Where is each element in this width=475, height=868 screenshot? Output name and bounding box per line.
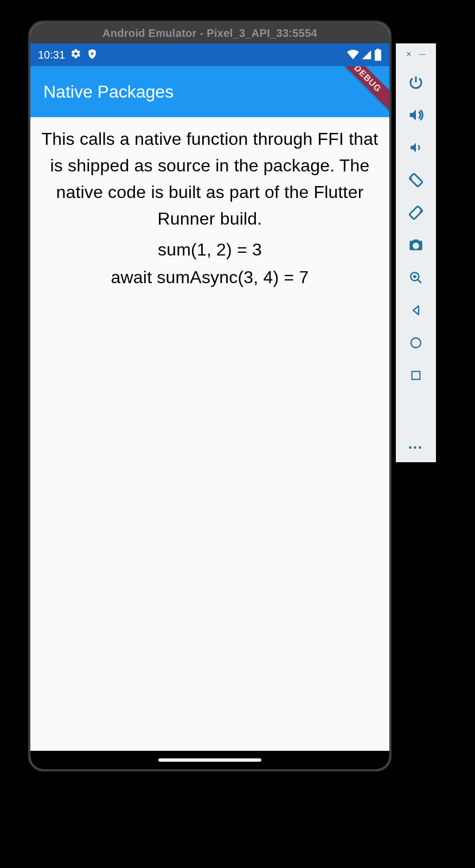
svg-rect-5 [412, 372, 420, 380]
wifi-icon [347, 49, 359, 61]
emulator-toolbar: × — … [396, 43, 436, 462]
emulator-close-button[interactable]: × [406, 50, 411, 59]
window-title: Android Emulator - Pixel_3_API_33:5554 [102, 27, 317, 39]
rotate-right-icon[interactable] [403, 196, 428, 229]
power-icon[interactable] [403, 66, 428, 99]
settings-gear-icon [70, 48, 81, 62]
emulator-device-frame: Android Emulator - Pixel_3_API_33:5554 1… [28, 21, 391, 771]
emulator-more-button[interactable]: … [408, 435, 425, 452]
result-line-2: await sumAsync(3, 4) = 7 [37, 267, 383, 288]
svg-point-2 [414, 244, 418, 248]
cell-signal-icon [361, 49, 372, 60]
android-nav-bar [30, 751, 389, 769]
emulator-minimize-button[interactable]: — [419, 51, 426, 58]
shield-play-icon [87, 48, 98, 62]
status-bar-left: 10:31 [38, 48, 98, 62]
description-text: This calls a native function through FFI… [37, 126, 383, 232]
result-line-1: sum(1, 2) = 3 [37, 240, 383, 260]
status-bar-right [347, 49, 382, 61]
zoom-in-icon[interactable] [403, 261, 428, 294]
svg-point-4 [411, 338, 421, 348]
status-time: 10:31 [38, 49, 65, 61]
app-bar: Native Packages DEBUG [30, 66, 389, 117]
android-status-bar: 10:31 [30, 43, 389, 66]
debug-banner: DEBUG [324, 66, 389, 117]
overview-icon[interactable] [403, 359, 428, 392]
svg-rect-0 [409, 174, 423, 187]
app-bar-title: Native Packages [43, 82, 174, 102]
svg-rect-1 [409, 206, 423, 220]
rotate-left-icon[interactable] [403, 164, 428, 196]
emulator-window-controls: × — [406, 50, 425, 59]
volume-down-icon[interactable] [403, 131, 428, 164]
window-titlebar: Android Emulator - Pixel_3_API_33:5554 [30, 23, 389, 43]
camera-icon[interactable] [403, 229, 428, 261]
volume-up-icon[interactable] [403, 99, 428, 131]
nav-home-handle[interactable] [158, 758, 261, 762]
back-icon[interactable] [403, 294, 428, 327]
battery-icon [374, 49, 382, 61]
app-content: This calls a native function through FFI… [30, 117, 389, 751]
home-icon[interactable] [403, 327, 428, 359]
